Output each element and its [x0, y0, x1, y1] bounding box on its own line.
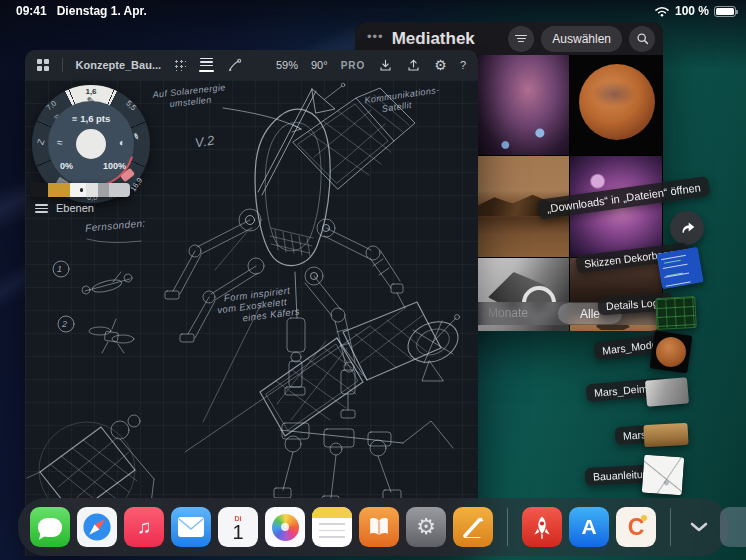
dock-divider [670, 508, 671, 546]
vector-nib-icon[interactable] [227, 58, 242, 73]
mail-envelope-icon [177, 516, 205, 538]
help-button[interactable]: ? [460, 59, 466, 71]
select-button[interactable]: Auswählen [541, 26, 622, 52]
notes-header-strip [312, 507, 352, 518]
photos-flower-icon [272, 514, 299, 541]
dock-app-safari[interactable] [77, 507, 117, 547]
photo-thumbnail-nebula[interactable] [478, 55, 569, 155]
settings-gear-icon[interactable]: ⚙ [434, 57, 447, 73]
filter-button[interactable] [508, 26, 534, 52]
swatch-black[interactable] [30, 183, 48, 197]
tool-wheel-inner[interactable]: ≡1,6 pts ≈ ◐ 0% 100% [48, 101, 134, 187]
color-swatch-bar[interactable] [30, 183, 130, 197]
wifi-icon [654, 5, 670, 17]
dock-app-photos[interactable] [265, 507, 305, 547]
photo-thumbnail-mars-planet[interactable] [570, 55, 662, 155]
dock-app-mail[interactable] [171, 507, 211, 547]
layers-label: Ebenen [56, 202, 94, 214]
chevron-down-icon [689, 521, 709, 533]
swatch-gold[interactable] [48, 183, 70, 197]
thumb-gray-moon[interactable] [645, 377, 689, 407]
pro-badge[interactable]: PRO [341, 60, 366, 71]
export-icon[interactable] [406, 58, 421, 73]
dock-divider [507, 508, 508, 546]
stroke-size-value: 1,6 pts [80, 113, 110, 124]
search-button[interactable] [629, 26, 655, 52]
dock-app-concepts[interactable] [453, 507, 493, 547]
dock-app-c-swirl[interactable]: C [616, 507, 656, 547]
ipad-screen: 09:41 Dienstag 1. Apr. 100 % ••• Mediath… [0, 0, 746, 560]
tool-wheel-center[interactable] [76, 129, 106, 159]
swatch-lightgray[interactable] [86, 183, 98, 197]
thumb-green-circuit[interactable] [655, 296, 697, 330]
share-arrow-icon [678, 219, 696, 237]
import-icon[interactable] [378, 58, 393, 73]
annotation-probe-2: 2 [62, 319, 67, 330]
opacity-min-value: 0% [60, 161, 73, 171]
layers-button[interactable]: Ebenen [35, 202, 94, 215]
more-options-button[interactable]: ••• [367, 29, 384, 44]
document-title[interactable]: Konzepte_Bau... [76, 59, 162, 71]
tab-monate[interactable]: Monate [488, 306, 528, 320]
mediathek-title: Mediathek [392, 29, 475, 49]
dock-app-notes[interactable] [312, 507, 352, 547]
status-bar: 09:41 Dienstag 1. Apr. 100 % [0, 0, 746, 22]
dock-app-rocket[interactable] [522, 507, 562, 547]
share-button[interactable] [670, 211, 704, 245]
books-open-book-icon [366, 515, 392, 539]
gallery-grid-icon[interactable] [37, 59, 49, 71]
appstore-a-icon: A [581, 515, 596, 539]
hatch-tool-icon[interactable]: Z [35, 138, 46, 147]
c-swirl-icon: C [628, 514, 645, 541]
swatch-gray[interactable] [109, 183, 130, 197]
dock-app-calendar[interactable]: Di 1 [218, 507, 258, 547]
dock-app-settings[interactable]: ⚙ [406, 507, 446, 547]
calendar-day: 1 [232, 522, 243, 542]
concepts-window: Konzepte_Bau... 59% 90° PRO [25, 50, 478, 556]
pen-icon [458, 512, 488, 542]
dock-app-books[interactable] [359, 507, 399, 547]
gear-icon: ⚙ [416, 514, 436, 540]
dock-app-messages[interactable] [30, 507, 70, 547]
thumb-blue-sticker[interactable] [656, 247, 704, 290]
opacity-max-value: 100% [103, 161, 126, 171]
battery-icon [714, 6, 736, 17]
thumb-mars-planet[interactable] [650, 331, 693, 374]
grid-settings-icon[interactable] [174, 59, 186, 71]
pressure-icon[interactable]: ≈ [57, 137, 63, 148]
thumb-tan-landscape[interactable] [643, 423, 688, 447]
safari-compass-icon [80, 510, 114, 544]
messages-bubble-icon [38, 518, 62, 537]
rotation-angle[interactable]: 90° [311, 59, 328, 71]
status-time: 09:41 [16, 4, 47, 18]
dock-app-appstore[interactable]: A [569, 507, 609, 547]
music-note-icon: ♫ [137, 516, 151, 538]
annotation-version: V.2 [194, 135, 215, 149]
annotation-probe-1: 1 [57, 264, 62, 275]
dock: ♫ Di 1 ⚙ [18, 498, 728, 556]
rocket-icon [528, 513, 556, 541]
swatch-midgray[interactable] [98, 183, 109, 197]
filter-icon [515, 33, 527, 44]
swatch-white-selected[interactable] [70, 183, 86, 197]
dock-chevron-button[interactable] [689, 521, 709, 533]
layers-icon [35, 202, 48, 215]
zoom-level[interactable]: 59% [276, 59, 298, 71]
thumb-white-sketch[interactable] [642, 455, 685, 496]
search-icon [636, 32, 649, 45]
opacity-icon[interactable]: ◐ [119, 137, 125, 148]
dock-app-music[interactable]: ♫ [124, 507, 164, 547]
status-date: Dienstag 1. Apr. [57, 4, 147, 18]
dock-app-library[interactable] [720, 507, 746, 547]
stroke-icon: ≡ [72, 113, 78, 124]
concepts-toolbar: Konzepte_Bau... 59% 90° PRO [25, 50, 478, 80]
battery-percent: 100 % [675, 4, 709, 18]
layers-panel-icon[interactable] [199, 58, 214, 73]
